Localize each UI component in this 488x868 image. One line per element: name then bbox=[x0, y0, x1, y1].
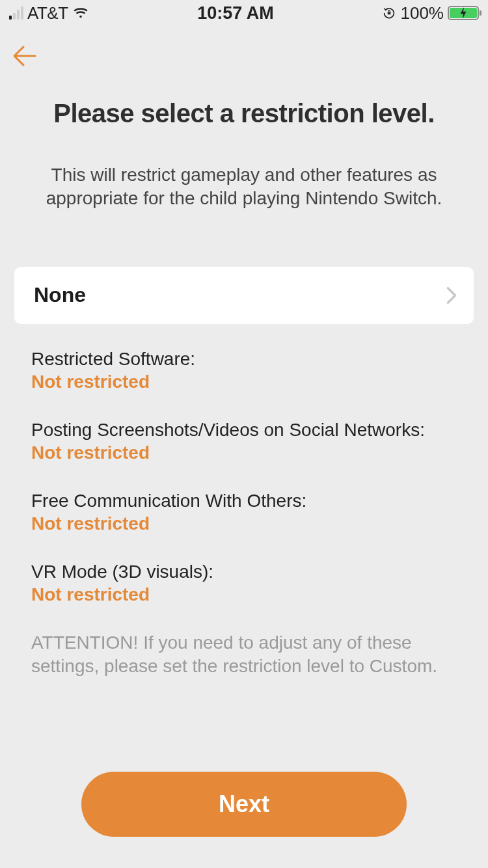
status-time: 10:57 AM bbox=[197, 3, 274, 23]
battery-percent: 100% bbox=[400, 3, 444, 23]
restriction-status: Not restricted bbox=[31, 442, 457, 463]
carrier-label: AT&T bbox=[27, 3, 68, 23]
restriction-label: Restricted Software: bbox=[31, 347, 457, 370]
svg-rect-1 bbox=[388, 12, 391, 15]
restriction-level-selector[interactable]: None bbox=[14, 267, 474, 324]
battery-icon bbox=[448, 6, 479, 20]
footer-actions: Next bbox=[0, 772, 488, 837]
cell-signal-icon bbox=[9, 7, 23, 20]
chevron-right-icon bbox=[445, 286, 458, 305]
restriction-status: Not restricted bbox=[31, 372, 457, 392]
status-right: 100% bbox=[382, 3, 479, 23]
restriction-level-value: None bbox=[34, 283, 86, 307]
next-button[interactable]: Next bbox=[81, 772, 407, 837]
restriction-item: VR Mode (3D visuals): Not restricted bbox=[31, 560, 457, 605]
restriction-item: Free Communication With Others: Not rest… bbox=[31, 489, 457, 534]
heading-area: Please select a restriction level. This … bbox=[0, 73, 488, 211]
restriction-label: VR Mode (3D visuals): bbox=[31, 560, 457, 583]
restriction-status: Not restricted bbox=[31, 513, 457, 534]
back-button[interactable] bbox=[10, 42, 39, 70]
restriction-item: Posting Screenshots/Videos on Social Net… bbox=[31, 418, 457, 463]
restriction-summary: Restricted Software: Not restricted Post… bbox=[0, 324, 488, 679]
restriction-label: Posting Screenshots/Videos on Social Net… bbox=[31, 418, 457, 441]
status-left: AT&T bbox=[9, 3, 89, 23]
restriction-status: Not restricted bbox=[31, 584, 457, 605]
attention-note: ATTENTION! If you need to adjust any of … bbox=[31, 631, 457, 679]
page-subtitle: This will restrict gameplay and other fe… bbox=[30, 163, 458, 211]
wifi-icon bbox=[72, 5, 89, 21]
page-title: Please select a restriction level. bbox=[30, 99, 458, 128]
restriction-label: Free Communication With Others: bbox=[31, 489, 457, 512]
rotation-lock-icon bbox=[382, 6, 396, 20]
status-bar: AT&T 10:57 AM 100% bbox=[0, 0, 488, 26]
nav-bar bbox=[0, 26, 488, 73]
svg-point-0 bbox=[79, 16, 81, 18]
restriction-item: Restricted Software: Not restricted bbox=[31, 347, 457, 392]
